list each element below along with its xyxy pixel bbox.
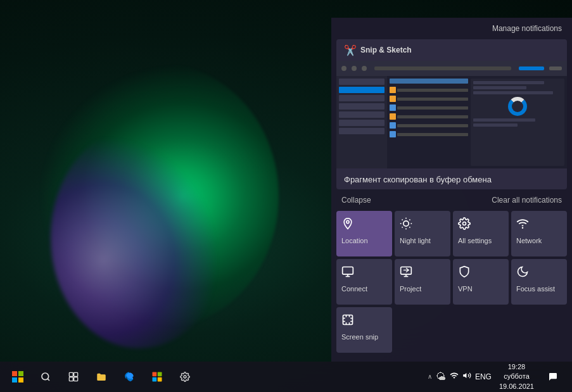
- network-icon: [516, 217, 529, 233]
- quick-tile-project[interactable]: Project: [395, 259, 450, 305]
- notification-card: ✂️ Snip & Sketch: [336, 39, 567, 189]
- svg-rect-26: [69, 372, 73, 376]
- store-button[interactable]: [144, 364, 170, 389]
- screen-snip-icon: [341, 313, 354, 329]
- clock-time: 19:28: [508, 362, 526, 372]
- svg-rect-22: [12, 377, 17, 383]
- svg-point-34: [184, 376, 186, 378]
- quick-tile-focus-assist[interactable]: Focus assist: [511, 259, 567, 305]
- collapse-button[interactable]: Collapse: [341, 196, 371, 205]
- quick-tile-vpn[interactable]: VPN: [453, 259, 509, 305]
- svg-line-9: [409, 220, 410, 220]
- clock-day: суббота: [504, 372, 530, 381]
- task-view-button[interactable]: [61, 364, 86, 389]
- clear-all-button[interactable]: Clear all notifications: [492, 196, 562, 205]
- svg-rect-20: [12, 371, 17, 376]
- vpn-icon: [458, 265, 471, 281]
- notification-panel: Manage notifications ✂️ Snip & Sketch: [331, 18, 572, 362]
- screen-snip-label: Screen snip: [341, 333, 378, 341]
- focus-assist-icon: [516, 265, 529, 281]
- night-light-label: Night light: [400, 237, 431, 245]
- settings-taskbar-button[interactable]: [172, 364, 198, 389]
- svg-rect-12: [343, 267, 353, 275]
- quick-actions-grid: Location Night light: [331, 207, 572, 357]
- network-status-icon[interactable]: [450, 371, 459, 382]
- project-label: Project: [400, 285, 421, 293]
- taskbar-right: ∧ 🌤 ENG 19:28 суббота 19.06.2021: [428, 362, 567, 391]
- svg-rect-29: [74, 377, 78, 381]
- svg-rect-30: [153, 372, 157, 377]
- taskbar: ∧ 🌤 ENG 19:28 суббота 19.06.2021: [0, 362, 572, 392]
- svg-rect-19: [343, 315, 353, 325]
- clock-date: 19.06.2021: [499, 382, 534, 391]
- quick-tile-network[interactable]: Network: [511, 211, 567, 256]
- notif-app-name: Snip & Sketch: [360, 46, 412, 54]
- weather-icon: 🌤: [436, 371, 446, 383]
- connect-label: Connect: [341, 285, 367, 293]
- network-label: Network: [516, 237, 542, 245]
- svg-rect-27: [74, 372, 78, 376]
- svg-rect-33: [158, 377, 162, 382]
- quick-tile-screen-snip[interactable]: Screen snip: [336, 307, 392, 353]
- taskbar-left: [5, 364, 428, 389]
- svg-point-1: [404, 221, 409, 226]
- file-explorer-button[interactable]: [89, 364, 114, 389]
- clock[interactable]: 19:28 суббота 19.06.2021: [495, 362, 538, 391]
- focus-assist-label: Focus assist: [516, 285, 555, 293]
- volume-icon[interactable]: [462, 371, 471, 382]
- svg-rect-23: [18, 377, 23, 383]
- project-icon: [400, 265, 412, 281]
- notification-message: Фрагмент скопирован в буфер обмена: [336, 171, 567, 189]
- all-settings-label: All settings: [458, 237, 492, 245]
- svg-rect-32: [153, 377, 157, 382]
- svg-point-24: [42, 373, 49, 380]
- hidden-icons-arrow[interactable]: ∧: [428, 373, 432, 380]
- manage-notifications-button[interactable]: Manage notifications: [492, 24, 562, 33]
- svg-line-8: [402, 227, 403, 227]
- all-settings-icon: [458, 217, 471, 233]
- snip-app-icon: ✂️: [344, 44, 355, 56]
- night-light-icon: [400, 217, 412, 233]
- location-label: Location: [341, 237, 368, 245]
- edge-browser-button[interactable]: [117, 364, 142, 389]
- svg-line-4: [402, 220, 403, 220]
- svg-marker-35: [463, 373, 466, 378]
- svg-rect-21: [18, 371, 23, 376]
- svg-line-25: [48, 379, 49, 381]
- svg-point-10: [463, 222, 466, 225]
- connect-icon: [341, 265, 354, 281]
- vpn-label: VPN: [458, 285, 473, 293]
- svg-rect-28: [69, 377, 73, 381]
- quick-tile-all-settings[interactable]: All settings: [453, 211, 509, 256]
- screenshot-preview: [336, 61, 567, 168]
- notification-bell-button[interactable]: [542, 364, 564, 389]
- notif-header: Manage notifications: [331, 18, 572, 37]
- svg-rect-31: [158, 372, 162, 377]
- notif-actions-row: Collapse Clear all notifications: [331, 192, 572, 207]
- language-indicator[interactable]: ENG: [475, 372, 492, 381]
- location-icon: [341, 217, 354, 233]
- quick-tile-location[interactable]: Location: [336, 211, 392, 256]
- svg-line-5: [409, 227, 410, 227]
- quick-tile-connect[interactable]: Connect: [336, 259, 392, 305]
- quick-tile-night-light[interactable]: Night light: [395, 211, 450, 256]
- start-button[interactable]: [5, 364, 30, 389]
- notif-app-header: ✂️ Snip & Sketch: [336, 39, 567, 58]
- svg-point-0: [346, 220, 349, 223]
- search-button[interactable]: [33, 364, 58, 389]
